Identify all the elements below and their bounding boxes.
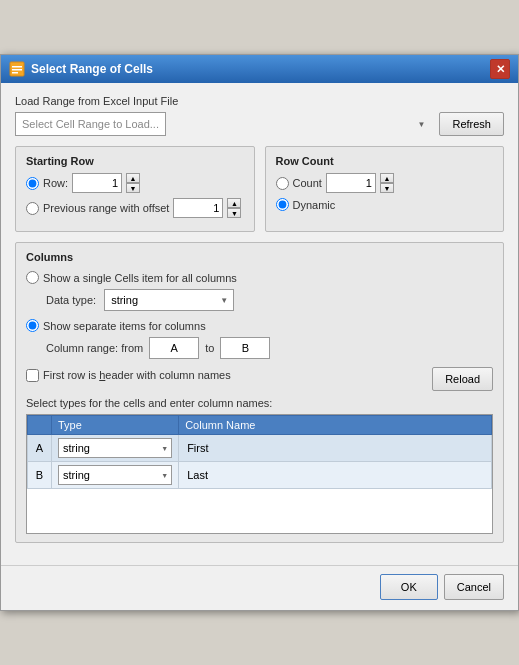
- column-range-row: Column range: from to: [46, 337, 493, 359]
- col-name-input-a[interactable]: [185, 438, 485, 458]
- svg-rect-2: [12, 69, 22, 71]
- single-cells-label: Show a single Cells item for all columns: [43, 272, 237, 284]
- type-select-a[interactable]: stringintfloatboolean: [58, 438, 172, 458]
- type-dropdown-wrapper: stringintfloatboolean: [58, 465, 172, 485]
- prev-radio-label: Previous range with offset: [43, 202, 169, 214]
- close-button[interactable]: ✕: [490, 59, 510, 79]
- prev-spinner-btns: ▲ ▼: [227, 198, 241, 218]
- row-spinner-btns: ▲ ▼: [126, 173, 140, 193]
- title-bar: Select Range of Cells ✕: [1, 55, 518, 83]
- starting-row-panel: Starting Row Row: ▲ ▼: [15, 146, 255, 232]
- columns-section: Columns Show a single Cells item for all…: [15, 242, 504, 543]
- count-spinner-btns: ▲ ▼: [380, 173, 394, 193]
- cell-range-dropdown-wrapper: Select Cell Range to Load...: [15, 112, 431, 136]
- dynamic-radio[interactable]: [276, 198, 289, 211]
- row-type-cell: stringintfloatboolean: [52, 462, 179, 489]
- cell-range-dropdown[interactable]: Select Cell Range to Load...: [15, 112, 166, 136]
- load-range-label: Load Range from Excel Input File: [15, 95, 504, 107]
- type-select-b[interactable]: stringintfloatboolean: [58, 465, 172, 485]
- count-value-input[interactable]: [326, 173, 376, 193]
- data-type-dropdown[interactable]: string int float boolean: [104, 289, 234, 311]
- row-name-cell: [179, 435, 492, 462]
- prev-radio[interactable]: [26, 202, 39, 215]
- title-bar-left: Select Range of Cells: [9, 61, 153, 77]
- header-checkbox-row: First row is header with column names: [26, 369, 231, 382]
- count-radio[interactable]: [276, 177, 289, 190]
- single-cells-radio[interactable]: [26, 271, 39, 284]
- columns-title: Columns: [26, 251, 493, 263]
- load-range-row: Select Cell Range to Load... Refresh: [15, 112, 504, 136]
- row-radio-row: Row: ▲ ▼: [26, 173, 244, 193]
- table-header-row: Type Column Name: [28, 416, 492, 435]
- prev-value-input[interactable]: [173, 198, 223, 218]
- count-radio-row: Count ▲ ▼: [276, 173, 494, 193]
- row-id-cell: B: [28, 462, 52, 489]
- col-range-label: Column range: from: [46, 342, 143, 354]
- row-id-cell: A: [28, 435, 52, 462]
- row-type-cell: stringintfloatboolean: [52, 435, 179, 462]
- dynamic-radio-row: Dynamic: [276, 198, 494, 211]
- count-radio-label: Count: [293, 177, 322, 189]
- types-label: Select types for the cells and enter col…: [26, 397, 493, 409]
- column-table-container: Type Column Name AstringintfloatbooleanB…: [26, 414, 493, 534]
- svg-rect-3: [12, 72, 18, 74]
- col-to-label: to: [205, 342, 214, 354]
- row-spinner: ▲ ▼: [72, 173, 140, 193]
- column-table-body: AstringintfloatbooleanBstringintfloatboo…: [28, 435, 492, 489]
- two-panel: Starting Row Row: ▲ ▼: [15, 146, 504, 232]
- col-header-id: [28, 416, 52, 435]
- prev-spin-up[interactable]: ▲: [227, 198, 241, 208]
- header-checkbox[interactable]: [26, 369, 39, 382]
- dialog-window: Select Range of Cells ✕ Load Range from …: [0, 54, 519, 611]
- reload-button[interactable]: Reload: [432, 367, 493, 391]
- count-spinner: ▲ ▼: [326, 173, 394, 193]
- dynamic-radio-label: Dynamic: [293, 199, 336, 211]
- dialog-content: Load Range from Excel Input File Select …: [1, 83, 518, 565]
- prev-radio-row: Previous range with offset ▲ ▼: [26, 198, 244, 218]
- separate-items-radio[interactable]: [26, 319, 39, 332]
- ok-button[interactable]: OK: [380, 574, 438, 600]
- row-count-title: Row Count: [276, 155, 494, 167]
- data-type-row: Data type: string int float boolean: [46, 289, 493, 311]
- title-text: Select Range of Cells: [31, 62, 153, 76]
- cancel-button[interactable]: Cancel: [444, 574, 504, 600]
- col-name-input-b[interactable]: [185, 465, 485, 485]
- starting-row-title: Starting Row: [26, 155, 244, 167]
- row-spin-up[interactable]: ▲: [126, 173, 140, 183]
- prev-spin-down[interactable]: ▼: [227, 208, 241, 218]
- row-radio[interactable]: [26, 177, 39, 190]
- column-table: Type Column Name AstringintfloatbooleanB…: [27, 415, 492, 489]
- type-dropdown-wrapper: stringintfloatboolean: [58, 438, 172, 458]
- data-type-dropdown-wrapper: string int float boolean: [104, 289, 234, 311]
- row-value-input[interactable]: [72, 173, 122, 193]
- separate-items-label: Show separate items for columns: [43, 320, 206, 332]
- count-spin-up[interactable]: ▲: [380, 173, 394, 183]
- svg-rect-1: [12, 66, 22, 68]
- row-radio-label: Row:: [43, 177, 68, 189]
- table-row: Astringintfloatboolean: [28, 435, 492, 462]
- checkbox-reload-row: First row is header with column names Re…: [26, 367, 493, 391]
- row-name-cell: [179, 462, 492, 489]
- data-type-label: Data type:: [46, 294, 96, 306]
- row-spin-down[interactable]: ▼: [126, 183, 140, 193]
- prev-spinner: ▲ ▼: [173, 198, 241, 218]
- col-header-name: Column Name: [179, 416, 492, 435]
- count-spin-down[interactable]: ▼: [380, 183, 394, 193]
- dialog-icon: [9, 61, 25, 77]
- table-row: Bstringintfloatboolean: [28, 462, 492, 489]
- row-count-panel: Row Count Count ▲ ▼ Dynamic: [265, 146, 505, 232]
- separate-items-radio-row: Show separate items for columns: [26, 319, 493, 332]
- col-to-input[interactable]: [220, 337, 270, 359]
- bottom-bar: OK Cancel: [1, 565, 518, 610]
- col-from-input[interactable]: [149, 337, 199, 359]
- header-checkbox-label: First row is header with column names: [43, 369, 231, 381]
- refresh-button[interactable]: Refresh: [439, 112, 504, 136]
- single-cells-radio-row: Show a single Cells item for all columns: [26, 271, 493, 284]
- col-header-type: Type: [52, 416, 179, 435]
